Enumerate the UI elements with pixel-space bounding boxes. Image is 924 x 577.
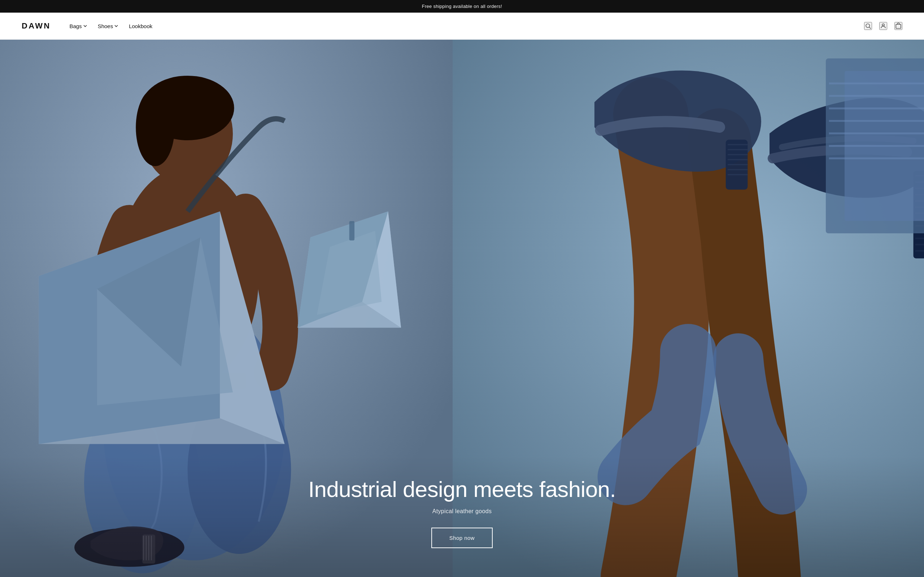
nav-item-bags[interactable]: Bags <box>65 20 91 32</box>
search-icon <box>865 22 871 30</box>
account-button[interactable] <box>879 22 887 30</box>
nav-item-lookbook[interactable]: Lookbook <box>124 20 157 32</box>
header-right <box>864 22 902 30</box>
account-icon <box>880 22 887 30</box>
main-nav: Bags Shoes Lookbook <box>65 20 157 32</box>
announcement-bar: Free shipping available on all orders! <box>0 0 924 13</box>
chevron-down-icon <box>115 24 118 28</box>
shop-now-button[interactable]: Shop now <box>431 528 493 548</box>
svg-point-13 <box>136 89 175 166</box>
logo[interactable]: DAWN <box>22 21 50 31</box>
chevron-down-icon <box>83 24 87 28</box>
hero-subtitle: Atypical leather goods <box>7 508 917 515</box>
nav-item-shoes[interactable]: Shoes <box>94 20 123 32</box>
svg-rect-23 <box>349 221 354 240</box>
announcement-text: Free shipping available on all orders! <box>422 3 502 9</box>
hero-section: Industrial design meets fashion. Atypica… <box>0 40 924 577</box>
header-left: DAWN Bags Shoes Lookbook <box>22 20 157 32</box>
svg-point-0 <box>866 24 870 28</box>
hero-title: Industrial design meets fashion. <box>7 477 917 501</box>
search-button[interactable] <box>864 22 872 30</box>
cart-button[interactable] <box>894 22 902 30</box>
header: DAWN Bags Shoes Lookbook <box>0 13 924 40</box>
cart-icon <box>895 22 901 30</box>
hero-content: Industrial design meets fashion. Atypica… <box>0 456 924 577</box>
svg-line-1 <box>869 27 871 29</box>
svg-point-2 <box>882 24 884 26</box>
svg-rect-3 <box>896 24 901 29</box>
